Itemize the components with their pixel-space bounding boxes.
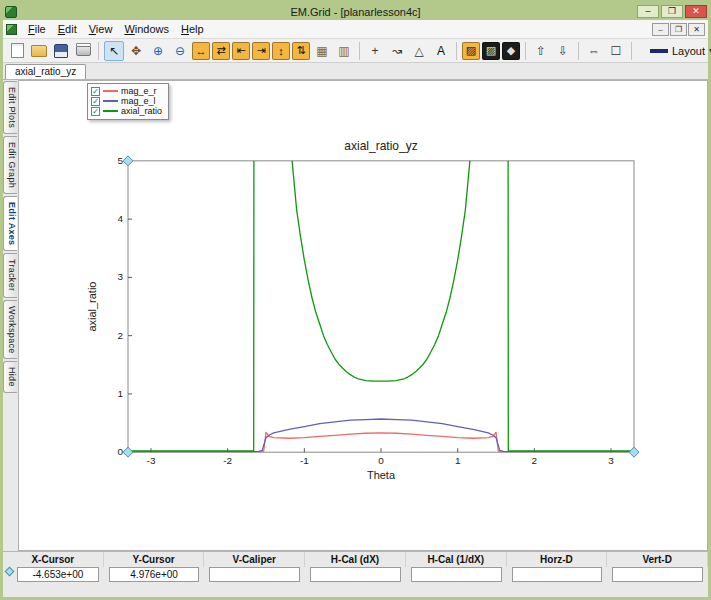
tracker-curve-icon[interactable]: ↝ [387,41,407,61]
child-minimize-button[interactable]: – [652,23,669,36]
status-value [310,567,401,582]
image-bw-icon[interactable]: ◆ [502,42,520,60]
side-tab-edit-plots[interactable]: Edit Plots [3,81,17,134]
status-value [209,567,300,582]
plot-frame [128,161,634,452]
side-tab-edit-axes[interactable]: Edit Axes [3,196,17,251]
data-table-icon[interactable]: ▦ [312,41,332,61]
status-column-x-cursor: X-Cursor-4.653e+00 [3,552,104,584]
x-tick-label: 2 [532,455,538,466]
image-invert-icon[interactable]: ▨ [482,42,500,60]
zoom-in-icon[interactable]: ⊕ [148,41,168,61]
toolbar-separator [525,42,526,60]
status-header: Vert-D [607,552,708,567]
zoom-out-icon[interactable]: ⊖ [170,41,190,61]
x-tick-label: 0 [378,455,384,466]
y-tick-label: 1 [117,388,123,399]
status-bar: X-Cursor-4.653e+00Y-Cursor4.976e+00V-Cal… [3,551,708,597]
close-button[interactable]: ✕ [685,5,707,18]
legend-checkbox[interactable]: ✓ [91,107,100,116]
legend-label: mag_e_l [121,96,156,106]
side-tab-workspace[interactable]: Workspace [3,300,17,360]
status-column-h-cal-1-dx-: H-Cal (1/dX) [406,552,507,584]
child-window-icon[interactable] [6,24,17,35]
legend-item: ✓axial_ratio [91,106,162,116]
status-value [512,567,603,582]
menu-edit[interactable]: Edit [52,21,83,37]
legend-color-swatch [103,90,118,92]
axis-span-check-icon[interactable]: ☐ [606,41,626,61]
expand-y-icon[interactable]: ⇅ [292,42,310,60]
legend-color-swatch [103,100,118,102]
menu-file[interactable]: File [22,21,52,37]
menu-view[interactable]: View [83,21,119,37]
toolbar-separator [631,42,632,60]
layout-line-icon [650,49,668,53]
fit-height-icon[interactable]: ↕ [272,42,290,60]
y-axis-label: axial_ratio [86,282,98,332]
status-value: 4.976e+00 [109,567,200,582]
cross-caliper-icon[interactable]: + [365,41,385,61]
x-tick-label: 1 [455,455,461,466]
legend-item: ✓mag_e_r [91,86,162,96]
side-tab-tracker[interactable]: Tracker [3,253,17,297]
status-header: H-Cal (1/dX) [406,552,507,567]
delta-marker-icon[interactable]: △ [409,41,429,61]
status-value: -4.653e+00 [17,567,99,582]
status-columns: X-Cursor-4.653e+00Y-Cursor4.976e+00V-Cal… [3,551,708,584]
plot-tab-axial_ratio_yz[interactable]: axial_ratio_yz [5,64,86,79]
marker-down-icon[interactable]: ⇩ [553,41,573,61]
toolbar-separator [98,42,99,60]
print-icon[interactable] [73,41,93,61]
chart-panel: -3-2-10123012345axial_ratio_yzThetaaxial… [18,80,708,551]
x-axis-label: Theta [367,469,396,481]
chart-title: axial_ratio_yz [344,139,417,153]
x-tick-label: 3 [608,455,614,466]
y-tick-label: 2 [117,330,123,341]
legend-checkbox[interactable]: ✓ [91,97,100,106]
status-column-horz-d: Horz-D [507,552,608,584]
main-area: Edit PlotsEdit GraphEdit AxesTrackerWork… [3,80,708,551]
select-cursor-icon[interactable]: ↖ [104,41,124,61]
legend-color-swatch [103,110,118,112]
child-close-button[interactable]: ✕ [688,23,705,36]
status-header: V-Caliper [204,552,305,567]
app-icon[interactable] [5,6,17,18]
child-restore-button[interactable]: ❐ [670,23,687,36]
status-header: H-Cal (dX) [305,552,406,567]
image-export-icon[interactable]: ▨ [462,42,480,60]
fit-width-icon[interactable]: ↔ [192,42,210,60]
status-header: X-Cursor [3,552,104,567]
status-column-y-cursor: Y-Cursor4.976e+00 [104,552,205,584]
menu-help[interactable]: Help [175,21,210,37]
expand-x-icon[interactable]: ⇄ [212,42,230,60]
side-tab-hide[interactable]: Hide [3,361,17,393]
open-folder-icon[interactable] [29,41,49,61]
maximize-button[interactable]: ❐ [661,5,683,18]
axis-span-icon[interactable]: ⇔ [584,41,604,61]
minimize-button[interactable]: – [637,5,659,18]
legend-checkbox[interactable]: ✓ [91,87,100,96]
layout-dropdown[interactable]: Layout ▾ [644,42,711,60]
y-tick-label: 3 [117,271,123,282]
status-column-h-cal-dx-: H-Cal (dX) [305,552,406,584]
new-file-icon[interactable] [7,41,27,61]
status-value [612,567,703,582]
pan-left-icon[interactable]: ⇤ [232,42,250,60]
legend-item: ✓mag_e_l [91,96,162,106]
side-tab-edit-graph[interactable]: Edit Graph [3,136,17,194]
pan-right-icon[interactable]: ⇥ [252,42,270,60]
status-header: Y-Cursor [104,552,205,567]
save-icon[interactable] [51,41,71,61]
layout-label: Layout [672,45,705,57]
x-tick-label: -2 [223,455,232,466]
data-grid-icon[interactable]: ▥ [334,41,354,61]
menu-windows[interactable]: Windows [118,21,175,37]
legend-label: axial_ratio [121,106,162,116]
status-header: Horz-D [507,552,608,567]
status-value [411,567,502,582]
pan-hand-icon[interactable]: ✥ [126,41,146,61]
marker-up-icon[interactable]: ⇧ [531,41,551,61]
text-annotation-icon[interactable]: A [431,41,451,61]
status-strip [3,584,708,597]
